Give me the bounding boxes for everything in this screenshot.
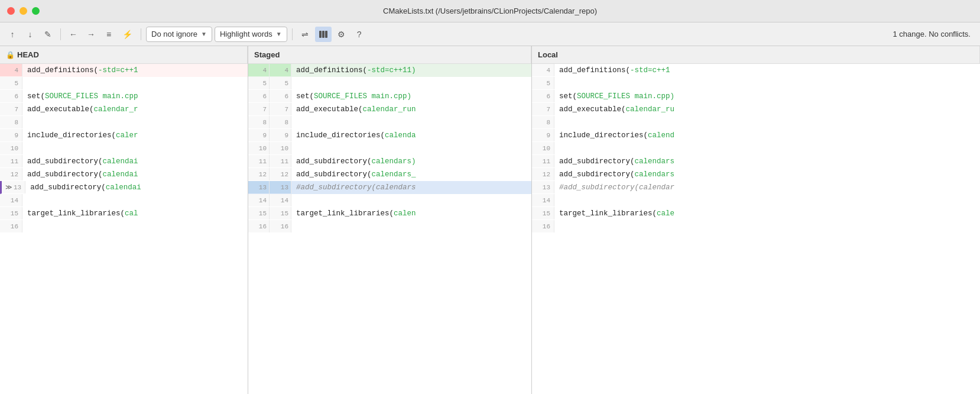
list-button[interactable]: ≡	[101, 27, 116, 42]
minimize-button[interactable]	[20, 7, 27, 15]
line-content	[554, 77, 980, 89]
table-row: 6set(SOURCE_FILES main.cpp	[0, 90, 248, 103]
table-row: 1010	[248, 142, 531, 155]
left-arrow-button[interactable]: ←	[66, 27, 81, 42]
line-content	[554, 142, 980, 154]
gutter-left: 6	[248, 90, 270, 102]
gutter-left: 11	[248, 155, 270, 167]
table-row: 16	[0, 220, 248, 233]
head-content[interactable]: 4add_definitions(-std=c++156set(SOURCE_F…	[0, 64, 248, 394]
line-content: add_definitions(-std=c++11)	[291, 64, 531, 76]
help-button[interactable]: ?	[352, 27, 367, 42]
do-not-ignore-label: Do not ignore	[151, 30, 197, 38]
table-row: 4add_definitions(-std=c++1	[0, 64, 248, 77]
table-row: 55	[248, 77, 531, 90]
double-gutter: 77	[248, 103, 291, 115]
line-content: target_link_libraries(calen	[291, 207, 531, 219]
maximize-button[interactable]	[32, 7, 40, 15]
gutter-left: 12	[248, 168, 270, 180]
line-content: add_executable(calendar_ru	[554, 103, 980, 115]
line-content	[22, 194, 248, 206]
prev-change-button[interactable]: ↑	[5, 27, 20, 42]
close-button[interactable]	[7, 7, 15, 15]
table-row: 11add_subdirectory(calendai	[0, 155, 248, 168]
line-number: 7	[0, 103, 22, 115]
line-content	[22, 220, 248, 232]
double-gutter: 44	[248, 64, 291, 76]
gutter-right: 13	[270, 181, 291, 193]
table-row: 10	[0, 142, 248, 155]
line-number: 15	[0, 207, 22, 219]
change-status: 1 change. No conflicts.	[893, 30, 975, 38]
double-gutter: 88	[248, 116, 291, 128]
double-gutter: 1616	[248, 220, 291, 232]
table-row: 11add_subdirectory(calendars	[532, 155, 980, 168]
line-content: add_subdirectory(calendars	[554, 168, 980, 180]
line-content: add_subdirectory(calendai	[25, 181, 248, 193]
table-row: ≫13add_subdirectory(calendai	[0, 181, 248, 194]
svg-rect-1	[322, 31, 324, 38]
line-number: 14	[0, 194, 22, 206]
highlight-words-label: Highlight words	[220, 30, 272, 38]
line-number: 9	[0, 129, 22, 141]
line-number: 4	[0, 64, 22, 76]
table-row: 77add_executable(calendar_run	[248, 103, 531, 116]
table-row: 1515target_link_libraries(calen	[248, 207, 531, 220]
gutter-right: 16	[270, 220, 291, 232]
gutter-right: 15	[270, 207, 291, 219]
table-row: 4add_definitions(-std=c++1	[532, 64, 980, 77]
line-number: 6	[0, 90, 22, 102]
line-number: 6	[532, 90, 554, 102]
right-arrow-button[interactable]: →	[83, 27, 99, 42]
table-row: 1616	[248, 220, 531, 233]
gutter-right: 5	[270, 77, 291, 89]
table-row: 99include_directories(calenda	[248, 129, 531, 142]
table-row: 15target_link_libraries(cal	[0, 207, 248, 220]
double-gutter: 1313	[248, 181, 291, 193]
tune-button[interactable]: ⇌	[297, 27, 313, 42]
gutter-right: 9	[270, 129, 291, 141]
table-row: 9include_directories(calend	[532, 129, 980, 142]
line-content	[291, 116, 531, 128]
local-content[interactable]: 4add_definitions(-std=c++156set(SOURCE_F…	[532, 64, 980, 394]
line-number: 10	[532, 142, 554, 154]
table-row: 15target_link_libraries(cale	[532, 207, 980, 220]
line-number: 16	[0, 220, 22, 232]
line-content: target_link_libraries(cal	[22, 207, 248, 219]
columns-icon	[319, 30, 328, 39]
table-row: 7add_executable(calendar_r	[0, 103, 248, 116]
columns-button[interactable]	[315, 27, 332, 42]
table-row: 12add_subdirectory(calendai	[0, 168, 248, 181]
dropdown-arrow-1: ▼	[201, 31, 207, 37]
window-controls	[7, 7, 40, 15]
svg-rect-2	[325, 31, 327, 38]
settings-button[interactable]: ⚙	[334, 27, 349, 42]
pane-staged: Staged 44add_definitions(-std=c++11)5566…	[248, 46, 532, 394]
double-gutter: 66	[248, 90, 291, 102]
line-number: 12	[0, 168, 22, 180]
gutter-right: 7	[270, 103, 291, 115]
dropdown-arrow-2: ▼	[276, 31, 282, 37]
table-row: 9include_directories(caler	[0, 129, 248, 142]
pane-local-label: Local	[532, 46, 980, 64]
table-row: 1111add_subdirectory(calendars)	[248, 155, 531, 168]
line-content: #add_subdirectory(calendars	[291, 181, 531, 193]
line-number: 12	[532, 168, 554, 180]
highlight-words-dropdown[interactable]: Highlight words ▼	[215, 27, 287, 42]
do-not-ignore-dropdown[interactable]: Do not ignore ▼	[146, 27, 212, 42]
gutter-left: 9	[248, 129, 270, 141]
magic-button[interactable]: ⚡	[119, 27, 136, 42]
staged-content[interactable]: 44add_definitions(-std=c++11)5566set(SOU…	[248, 64, 531, 394]
gutter-left: 10	[248, 142, 270, 154]
double-gutter: 99	[248, 129, 291, 141]
line-content: include_directories(calenda	[291, 129, 531, 141]
pane-staged-label: Staged	[248, 46, 531, 64]
line-number: 14	[532, 194, 554, 206]
gutter-right: 11	[270, 155, 291, 167]
table-row: 44add_definitions(-std=c++11)	[248, 64, 531, 77]
next-change-button[interactable]: ↓	[22, 27, 38, 42]
gutter-left: 4	[248, 64, 270, 76]
line-content: add_subdirectory(calendai	[22, 168, 248, 180]
line-content: set(SOURCE_FILES main.cpp)	[554, 90, 980, 102]
edit-button[interactable]: ✎	[40, 27, 56, 42]
